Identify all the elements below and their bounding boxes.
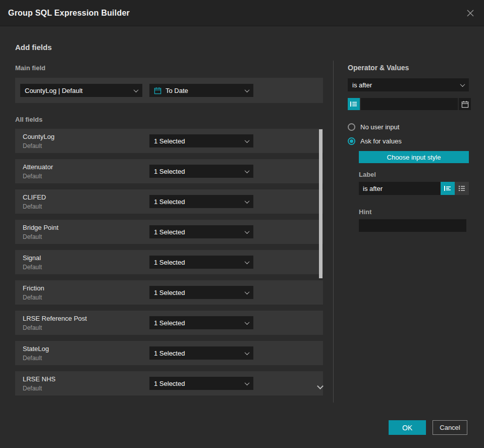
field-selection-dropdown[interactable]: 1 Selected	[149, 256, 253, 269]
field-selection-dropdown[interactable]: 1 Selected	[149, 346, 253, 360]
field-row: Attenuator Default 1 Selected	[15, 159, 323, 183]
field-row: StateLog Default 1 Selected	[15, 341, 323, 365]
no-user-input-label: No user input	[360, 123, 399, 131]
chevron-down-icon	[245, 289, 250, 294]
field-row: LRSE Reference Post Default 1 Selected	[15, 311, 323, 335]
chevron-down-icon	[245, 87, 250, 92]
main-field-dropdown[interactable]: CountyLog | Default	[20, 84, 142, 97]
field-subtitle: Default	[23, 233, 149, 240]
field-name: CLIFED	[23, 193, 149, 201]
radio-selected-icon	[348, 137, 355, 145]
field-selection-dropdown[interactable]: 1 Selected	[149, 165, 253, 178]
single-line-style-button[interactable]	[441, 182, 455, 195]
operator-dropdown-value: is after	[352, 81, 457, 89]
align-left-icon	[444, 185, 451, 192]
dropdown-value: 1 Selected	[154, 168, 241, 175]
field-row: LRSE NHS Default 1 Selected	[15, 371, 323, 395]
hint-input[interactable]	[359, 219, 466, 232]
label-input[interactable]	[359, 182, 441, 195]
field-subtitle: Default	[23, 173, 149, 180]
field-name: Signal	[23, 254, 149, 262]
field-subtitle: Default	[23, 355, 149, 362]
chevron-down-icon	[245, 350, 250, 355]
field-subtitle: Default	[23, 385, 149, 392]
chevron-down-icon	[134, 87, 139, 92]
field-row: Bridge Point Default 1 Selected	[15, 220, 323, 244]
field-row: CLIFED Default 1 Selected	[15, 189, 323, 214]
dialog-footer: OK Cancel	[389, 420, 467, 435]
ok-button[interactable]: OK	[389, 420, 426, 435]
operator-values-heading: Operator & Values	[348, 64, 469, 72]
dropdown-value: 1 Selected	[154, 350, 241, 357]
field-row: Signal Default 1 Selected	[15, 250, 323, 274]
close-icon	[466, 9, 474, 17]
all-fields-list: CountyLog Default 1 Selected Attenuator …	[15, 129, 323, 395]
field-name: Bridge Point	[23, 224, 149, 231]
field-selection-dropdown[interactable]: 1 Selected	[149, 195, 253, 208]
field-selection-dropdown[interactable]: 1 Selected	[149, 286, 253, 299]
value-input-row	[348, 98, 469, 110]
radio-icon	[348, 123, 355, 131]
chevron-down-icon	[245, 229, 250, 234]
main-field-panel: CountyLog | Default To Date	[15, 78, 323, 103]
field-subtitle: Default	[23, 203, 149, 210]
dropdown-value: 1 Selected	[154, 228, 241, 236]
vertical-divider	[333, 61, 334, 403]
field-value-icon	[350, 101, 357, 108]
calendar-icon	[461, 101, 469, 108]
dialog-body: Add fields Main field CountyLog | Defaul…	[0, 26, 484, 411]
dropdown-value: 1 Selected	[154, 137, 241, 145]
dialog-header: Group SQL Expression Builder	[0, 0, 484, 26]
scrollbar-thumb[interactable]	[319, 129, 322, 278]
value-type-button[interactable]	[348, 98, 360, 110]
all-fields-label: All fields	[15, 116, 323, 123]
field-row: CountyLog Default 1 Selected	[15, 129, 323, 153]
field-row: Friction Default 1 Selected	[15, 280, 323, 305]
dropdown-value: 1 Selected	[154, 259, 241, 266]
operator-values-panel: Operator & Values is after	[348, 26, 469, 411]
no-user-input-radio[interactable]: No user input	[348, 123, 469, 131]
chevron-down-icon	[460, 82, 465, 87]
date-field-dropdown[interactable]: To Date	[149, 84, 253, 97]
field-selection-dropdown[interactable]: 1 Selected	[149, 377, 253, 390]
main-field-dropdown-value: CountyLog | Default	[25, 87, 130, 94]
field-name: Friction	[23, 284, 149, 292]
group-sql-expression-builder-dialog: Group SQL Expression Builder Add fields …	[0, 0, 484, 448]
calendar-icon	[154, 87, 162, 94]
add-fields-heading: Add fields	[15, 43, 323, 52]
dropdown-value: 1 Selected	[154, 319, 241, 327]
field-name: StateLog	[23, 345, 149, 353]
label-input-row	[359, 182, 469, 195]
field-selection-dropdown[interactable]: 1 Selected	[149, 316, 253, 329]
dropdown-value: 1 Selected	[154, 289, 241, 296]
field-name: LRSE NHS	[23, 375, 149, 383]
close-button[interactable]	[465, 8, 476, 19]
ask-for-values-radio[interactable]: Ask for values	[348, 137, 469, 145]
chevron-down-icon	[245, 138, 250, 143]
field-subtitle: Default	[23, 264, 149, 271]
main-field-label: Main field	[15, 64, 323, 72]
dropdown-value: 1 Selected	[154, 380, 241, 387]
chevron-down-icon	[245, 259, 250, 264]
field-selection-dropdown[interactable]: 1 Selected	[149, 225, 253, 238]
value-input[interactable]	[361, 98, 458, 110]
field-selection-dropdown[interactable]: 1 Selected	[149, 134, 253, 147]
field-subtitle: Default	[23, 142, 149, 150]
chevron-down-icon	[245, 198, 250, 204]
chevron-down-icon	[245, 168, 250, 173]
field-name: Attenuator	[23, 163, 149, 171]
date-picker-button[interactable]	[459, 98, 471, 110]
cancel-button[interactable]: Cancel	[433, 420, 467, 435]
hint-label: Hint	[359, 208, 469, 216]
ask-for-values-label: Ask for values	[360, 137, 402, 145]
list-style-button[interactable]	[455, 182, 469, 195]
label-label: Label	[359, 171, 469, 178]
choose-input-style-button[interactable]: Choose input style	[359, 151, 469, 163]
field-subtitle: Default	[23, 324, 149, 331]
list-icon	[458, 185, 465, 192]
operator-dropdown[interactable]: is after	[348, 78, 469, 91]
chevron-down-icon	[245, 380, 250, 385]
dialog-title: Group SQL Expression Builder	[8, 9, 130, 18]
date-field-dropdown-value: To Date	[166, 87, 241, 94]
field-name: CountyLog	[23, 133, 149, 140]
